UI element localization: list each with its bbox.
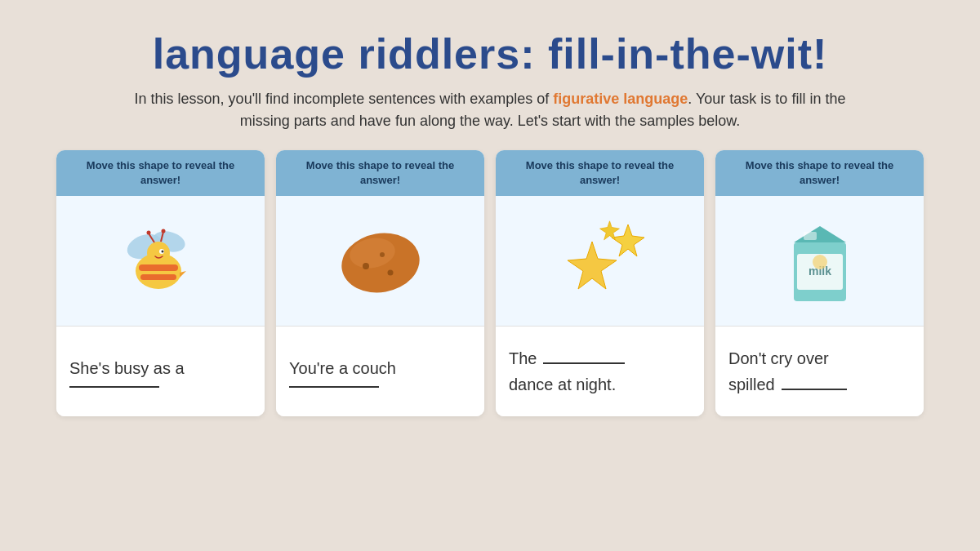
svg-point-11 [161, 229, 165, 233]
svg-rect-4 [140, 274, 176, 280]
bee-icon [116, 216, 206, 305]
card-stars-image [496, 196, 704, 327]
card-stars-hint: Move this shape to reveal the answer! [496, 150, 704, 196]
svg-point-15 [363, 263, 369, 269]
card-bee-blank [69, 383, 159, 388]
svg-point-5 [147, 242, 170, 264]
card-potato-blank [289, 383, 379, 388]
card-bee-sentence: She's busy as a [56, 327, 265, 416]
potato-icon [332, 216, 430, 305]
card-milk-line2: spilled [728, 371, 775, 398]
svg-marker-18 [568, 242, 617, 289]
card-milk-hint: Move this shape to reveal the answer! [715, 150, 924, 196]
card-potato-image [276, 196, 484, 327]
card-milk-sentence: Don't cry over spilled [715, 327, 924, 416]
milk-icon: milk [779, 211, 861, 309]
card-bee-line1: She's busy as a [69, 355, 185, 381]
svg-point-9 [146, 231, 150, 235]
card-potato-line1: You're a couch [289, 355, 396, 381]
card-bee: Move this shape to reveal the answer! [56, 150, 265, 416]
svg-point-16 [387, 270, 393, 276]
page-title: language riddlers: fill-in-the-wit! [153, 29, 828, 78]
card-stars: Move this shape to reveal the answer! Th… [496, 150, 704, 416]
subtitle: In this lesson, you'll find incomplete s… [122, 88, 858, 132]
card-stars-sentence: The dance at night. [496, 327, 704, 416]
card-potato: Move this shape to reveal the answer! Yo… [276, 150, 484, 416]
svg-rect-26 [804, 232, 817, 240]
svg-marker-22 [794, 226, 846, 242]
subtitle-highlight: figurative language [553, 91, 688, 107]
page-container: language riddlers: fill-in-the-wit! In t… [16, 15, 964, 537]
card-bee-hint: Move this shape to reveal the answer! [56, 150, 265, 196]
svg-rect-3 [139, 264, 178, 271]
card-bee-image [56, 196, 265, 327]
svg-point-25 [813, 255, 827, 269]
card-potato-sentence: You're a couch [276, 327, 484, 416]
card-milk-blank [782, 385, 847, 390]
svg-point-17 [380, 252, 385, 257]
card-stars-blank [543, 359, 625, 364]
card-stars-line1: The [509, 345, 537, 371]
card-potato-hint: Move this shape to reveal the answer! [276, 150, 484, 196]
card-milk: Move this shape to reveal the answer! mi… [715, 150, 924, 416]
card-stars-line2: dance at night. [509, 375, 616, 393]
stars-icon [547, 216, 653, 305]
subtitle-before: In this lesson, you'll find incomplete s… [135, 91, 554, 107]
card-milk-image: milk [715, 196, 924, 327]
svg-point-7 [161, 251, 163, 253]
card-milk-line1: Don't cry over [728, 345, 829, 371]
cards-row: Move this shape to reveal the answer! [36, 150, 944, 416]
